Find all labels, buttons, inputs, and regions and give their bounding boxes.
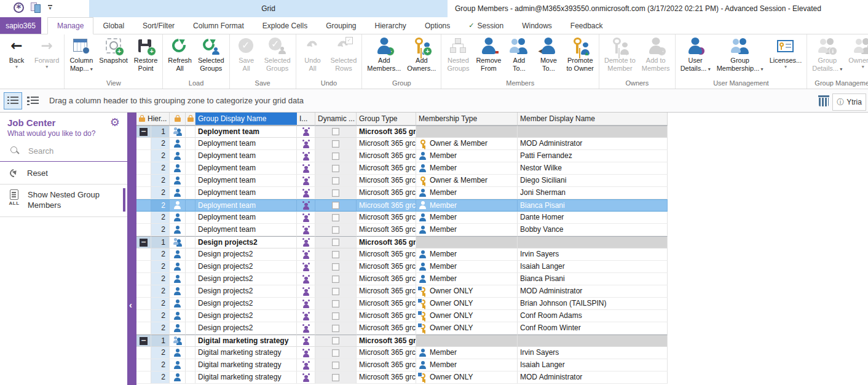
column-header-i[interactable]: I...	[297, 113, 315, 125]
contextual-tab-band[interactable]: Grid	[89, 0, 448, 17]
spacer-cell[interactable]	[186, 236, 195, 248]
m365-icon-cell[interactable]	[297, 322, 315, 335]
member-display-name-cell[interactable]: Isaiah Langer	[518, 261, 668, 273]
membership-type-cell[interactable]: Member	[416, 162, 518, 175]
ribbon-button-licenses[interactable]: Licenses...▾	[767, 36, 805, 69]
m365-icon-cell[interactable]	[297, 285, 315, 298]
hierarchy-level-cell[interactable]: 2	[151, 298, 170, 310]
group-display-name-cell[interactable]: Digital marketing strategy	[195, 335, 297, 347]
dynamic-membership-checkbox[interactable]	[332, 288, 339, 295]
group-type-cell[interactable]: Microsoft 365 grc	[357, 310, 416, 322]
ribbon-button-selected-groups[interactable]: SelectedGroups	[195, 36, 227, 73]
ribbon-button-restore-point[interactable]: RestorePoint	[131, 36, 161, 73]
hierarchy-expand-cell[interactable]	[136, 371, 151, 384]
dynamic-checkbox-cell[interactable]	[315, 310, 357, 322]
membership-type-cell[interactable]: Member	[416, 224, 518, 236]
m365-icon-cell[interactable]	[297, 162, 315, 175]
dynamic-checkbox-cell[interactable]	[315, 236, 357, 248]
membership-type-cell[interactable]: Owner & Member	[416, 138, 518, 150]
group-type-cell[interactable]: Microsoft 365 grc	[357, 212, 416, 224]
row-type-icon-cell[interactable]	[170, 310, 186, 322]
spacer-cell[interactable]	[186, 285, 195, 298]
group-display-name-cell[interactable]: Design projects2	[195, 248, 297, 261]
spacer-cell[interactable]	[186, 322, 195, 335]
customize-toolbar-icon[interactable]: ▾	[48, 5, 52, 10]
dynamic-checkbox-cell[interactable]	[315, 285, 357, 298]
grid-row[interactable]: 2Design projects2Microsoft 365 grcOwner …	[136, 322, 668, 335]
hierarchy-level-cell[interactable]: 2	[151, 310, 170, 322]
duplicate-window-icon[interactable]	[31, 2, 41, 13]
hierarchy-expand-cell[interactable]	[136, 199, 151, 212]
grid-row[interactable]: 2Design projects2Microsoft 365 grcOwner …	[136, 298, 668, 310]
membership-type-cell[interactable]	[416, 125, 518, 138]
dynamic-checkbox-cell[interactable]	[315, 212, 357, 224]
trash-icon[interactable]	[819, 95, 829, 106]
dynamic-checkbox-cell[interactable]	[315, 162, 357, 175]
row-type-icon-cell[interactable]	[170, 359, 186, 371]
dynamic-checkbox-cell[interactable]	[315, 248, 357, 261]
tab-feedback[interactable]: Feedback	[561, 17, 612, 34]
dynamic-checkbox-cell[interactable]	[315, 359, 357, 371]
dynamic-membership-checkbox[interactable]	[332, 374, 339, 381]
ribbon-button-promote-to-owner[interactable]: Promoteto Owner	[563, 36, 597, 73]
spacer-cell[interactable]	[186, 199, 195, 212]
membership-type-cell[interactable]: Owner ONLY	[416, 298, 518, 310]
tab-options[interactable]: Options	[416, 17, 459, 34]
ribbon-button-add-owners[interactable]: AddOwners...	[404, 36, 439, 73]
member-display-name-cell[interactable]: Joni Sherman	[518, 187, 668, 199]
dynamic-checkbox-cell[interactable]	[315, 273, 357, 285]
hierarchy-expand-cell[interactable]	[136, 224, 151, 236]
m365-icon-cell[interactable]	[297, 175, 315, 187]
group-type-cell[interactable]: Microsoft 365 grc	[357, 150, 416, 162]
dynamic-checkbox-cell[interactable]	[315, 347, 357, 359]
dynamic-membership-checkbox[interactable]	[332, 300, 339, 308]
group-display-name-cell[interactable]: Digital marketing strategy	[195, 371, 297, 384]
hierarchy-level-cell[interactable]: 2	[151, 285, 170, 298]
column-header-group-type[interactable]: Group Type	[357, 113, 416, 125]
dynamic-checkbox-cell[interactable]	[315, 322, 357, 335]
m365-icon-cell[interactable]	[297, 298, 315, 310]
membership-type-cell[interactable]: Member	[416, 248, 518, 261]
group-type-cell[interactable]: Microsoft 365 grc	[357, 261, 416, 273]
collapse-box-icon[interactable]	[140, 128, 148, 136]
hierarchy-level-cell[interactable]: 2	[151, 273, 170, 285]
member-display-name-cell[interactable]: Isaiah Langer	[518, 359, 668, 371]
hierarchy-expand-cell[interactable]	[136, 285, 151, 298]
membership-type-cell[interactable]: Owner ONLY	[416, 371, 518, 384]
membership-type-cell[interactable]: Owner ONLY	[416, 285, 518, 298]
dynamic-checkbox-cell[interactable]	[315, 371, 357, 384]
row-type-icon-cell[interactable]	[170, 248, 186, 261]
row-type-icon-cell[interactable]	[170, 162, 186, 175]
ribbon-button-add-to[interactable]: AddTo...	[504, 36, 534, 73]
member-display-name-cell[interactable]: Diego Siciliani	[518, 175, 668, 187]
dynamic-membership-checkbox[interactable]	[332, 276, 339, 283]
grid-row[interactable]: 2Deployment teamMicrosoft 365 grcMemberB…	[136, 199, 668, 212]
group-display-name-cell[interactable]: Design projects2	[195, 236, 297, 248]
hierarchy-level-cell[interactable]: 2	[151, 212, 170, 224]
hierarchy-expand-cell[interactable]	[136, 150, 151, 162]
row-type-icon-cell[interactable]	[170, 371, 186, 384]
tab-session[interactable]: ✓Session	[459, 17, 513, 34]
m365-icon-cell[interactable]	[297, 125, 315, 138]
member-display-name-cell[interactable]: Nestor Wilke	[518, 162, 668, 175]
grid-row[interactable]: 2Deployment teamMicrosoft 365 grcMemberB…	[136, 224, 668, 236]
ribbon-button-back[interactable]: Back▾	[2, 36, 31, 69]
m365-icon-cell[interactable]	[297, 224, 315, 236]
tab-global[interactable]: Global	[93, 17, 133, 34]
row-type-icon-cell[interactable]	[170, 236, 186, 248]
member-display-name-cell[interactable]: Irvin Sayers	[518, 248, 668, 261]
member-display-name-cell[interactable]: MOD Administrator	[518, 285, 668, 298]
hierarchy-expand-cell[interactable]	[136, 298, 151, 310]
ribbon-button-remove-from[interactable]: RemoveFrom	[473, 36, 504, 73]
group-type-cell[interactable]: Microsoft 365 grc	[357, 359, 416, 371]
grid-row[interactable]: 2Design projects2Microsoft 365 grcOwner …	[136, 285, 668, 298]
row-type-icon-cell[interactable]	[170, 199, 186, 212]
dynamic-checkbox-cell[interactable]	[315, 187, 357, 199]
m365-icon-cell[interactable]	[297, 310, 315, 322]
member-display-name-cell[interactable]: Conf Room Winter	[518, 322, 668, 335]
grid-row[interactable]: 2Deployment teamMicrosoft 365 grcOwner &…	[136, 175, 668, 187]
group-display-name-cell[interactable]: Deployment team	[195, 212, 297, 224]
spacer-cell[interactable]	[186, 298, 195, 310]
grid-row[interactable]: 2Deployment teamMicrosoft 365 grcMemberD…	[136, 212, 668, 224]
collapse-box-icon[interactable]	[140, 239, 148, 247]
